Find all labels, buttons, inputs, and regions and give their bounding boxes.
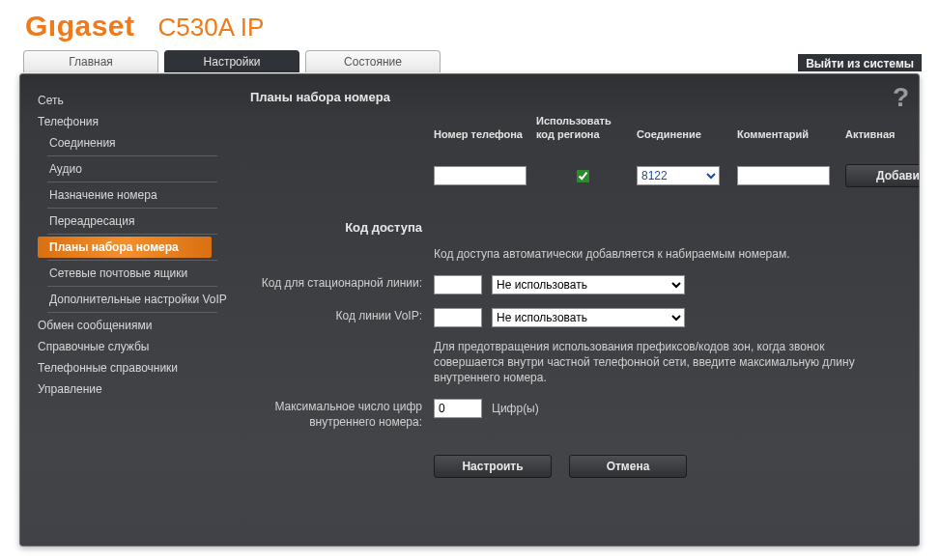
col-region: Использовать код региона <box>536 114 629 141</box>
dial-plan-row: 8122 Добавить <box>434 164 897 187</box>
tab-status[interactable]: Состояние <box>305 50 441 72</box>
sidebar-item-phonebooks[interactable]: Телефонные справочники <box>20 357 237 378</box>
max-digits-input[interactable] <box>434 399 482 418</box>
sidebar-sub-voip-advanced[interactable]: Дополнительные настройки VoIP <box>20 289 237 310</box>
section-title-access-code: Код доступа <box>250 220 422 235</box>
help-icon[interactable]: ? <box>893 82 909 113</box>
connection-select[interactable]: 8122 <box>637 166 720 185</box>
use-region-checkbox[interactable] <box>577 170 589 182</box>
sidebar-sub-mailboxes[interactable]: Сетевые почтовые ящики <box>20 263 237 284</box>
max-digits-suffix: Цифр(ы) <box>482 399 539 418</box>
note-access-auto: Код доступа автоматически добавляется к … <box>434 246 897 262</box>
section-title-dial-plans: Планы набора номера <box>250 90 897 104</box>
col-comment: Комментарий <box>737 127 838 141</box>
sidebar-sub-audio[interactable]: Аудио <box>20 158 237 180</box>
sidebar-item-telephony[interactable]: Телефония <box>20 111 237 132</box>
phone-input[interactable] <box>434 166 526 185</box>
col-phone: Номер телефона <box>434 127 528 141</box>
col-active: Активная <box>845 127 919 141</box>
cancel-button[interactable]: Отмена <box>569 455 687 478</box>
landline-code-input[interactable] <box>434 275 482 294</box>
sidebar-item-network[interactable]: Сеть <box>20 90 237 111</box>
comment-input[interactable] <box>737 166 830 185</box>
sidebar-sub-connections[interactable]: Соединения <box>20 132 237 154</box>
sidebar-sub-forwarding[interactable]: Переадресация <box>20 210 237 232</box>
note-prefix: Для предотвращения использования префикс… <box>434 339 897 385</box>
dial-plan-header: Номер телефона Использовать код региона … <box>434 114 897 141</box>
sidebar-item-management[interactable]: Управление <box>20 378 237 400</box>
sidebar-item-directories[interactable]: Справочные службы <box>20 336 237 357</box>
label-max-digits: Максимальное число цифр внутреннего номе… <box>250 399 434 430</box>
apply-button[interactable]: Настроить <box>434 455 552 478</box>
landline-code-select[interactable]: Не использовать <box>492 275 685 294</box>
label-landline-code: Код для стационарной линии: <box>250 275 434 291</box>
sidebar-sub-dial-plans[interactable]: Планы набора номера <box>38 237 212 258</box>
content-pane: Планы набора номера Номер телефона Испол… <box>237 74 919 546</box>
logout-link[interactable]: Выйти из системы <box>798 54 922 71</box>
voip-code-input[interactable] <box>434 308 482 327</box>
voip-code-select[interactable]: Не использовать <box>492 308 685 327</box>
tab-settings[interactable]: Настройки <box>164 50 299 72</box>
add-button[interactable]: Добавить <box>845 164 919 187</box>
brand-logo: Gıgaset <box>25 10 135 42</box>
sidebar-sub-number-assign[interactable]: Назначение номера <box>20 184 237 206</box>
label-voip-code: Код линии VoIP: <box>250 308 434 323</box>
model-name: C530A IP <box>158 13 265 42</box>
col-connection: Соединение <box>637 127 729 141</box>
tab-home[interactable]: Главная <box>23 50 158 72</box>
sidebar-item-messaging[interactable]: Обмен сообщениями <box>20 315 237 336</box>
sidebar: Сеть Телефония Соединения Аудио Назначен… <box>20 74 237 546</box>
